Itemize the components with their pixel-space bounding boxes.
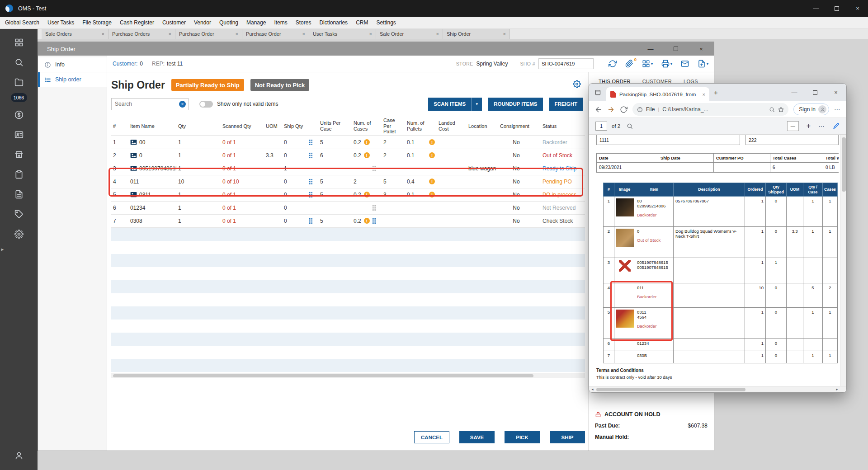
cancel-button[interactable]: CANCEL: [414, 431, 449, 443]
column-header[interactable]: Num. of Pallets: [405, 119, 437, 132]
item-row[interactable]: 3 0051907848615 1 0 of 1 1: [111, 162, 585, 175]
highlight-pen-icon[interactable]: [833, 122, 840, 130]
menu-item[interactable]: Cash Register: [116, 17, 158, 28]
menu-item[interactable]: Global Search: [1, 17, 43, 28]
scroll-right-icon[interactable]: [835, 388, 839, 391]
column-header[interactable]: Case Per Pallet: [382, 117, 405, 136]
freight-button[interactable]: FREIGHT: [549, 98, 583, 111]
workspace-tab[interactable]: Ship Order: [443, 29, 510, 39]
item-row[interactable]: 7 0308 1 0 of 1 0: [111, 215, 585, 228]
menu-item[interactable]: Quoting: [215, 17, 242, 28]
scrollbar-thumb[interactable]: [113, 374, 533, 377]
pdf-horizontal-scrollbar[interactable]: [589, 386, 846, 392]
browser-maximize-button[interactable]: [805, 84, 826, 101]
column-header[interactable]: #: [111, 122, 128, 130]
tab-close-icon[interactable]: [503, 31, 506, 37]
scan-items-button[interactable]: SCAN ITEMS: [428, 98, 471, 111]
zoom-in-button[interactable]: [807, 122, 811, 130]
column-header[interactable]: Consignment: [498, 122, 541, 130]
favorite-star-icon[interactable]: [778, 107, 784, 113]
browser-titlebar[interactable]: PackingSlip_SHO-0047619_from — ×: [589, 84, 846, 101]
back-icon[interactable]: [594, 106, 602, 113]
menu-item[interactable]: File Storage: [78, 17, 116, 28]
column-header[interactable]: Landed Cost: [437, 119, 467, 132]
browser-close-button[interactable]: ×: [826, 84, 846, 101]
workspace-tab[interactable]: Purchase Orders: [108, 29, 175, 39]
menu-item[interactable]: Stores: [292, 17, 316, 28]
search-icon[interactable]: [10, 53, 28, 71]
workspace-tab[interactable]: Purchase Order: [242, 29, 309, 39]
drag-handle-icon[interactable]: [372, 218, 376, 224]
item-search-box[interactable]: [111, 98, 189, 110]
drag-handle-icon[interactable]: [309, 218, 312, 224]
search-input[interactable]: [115, 101, 179, 107]
sign-in-button[interactable]: Sign in: [793, 103, 829, 115]
menu-item[interactable]: Manage: [242, 17, 270, 28]
tab-actions-icon[interactable]: [594, 89, 601, 98]
print-icon[interactable]: [661, 60, 672, 68]
item-image-icon[interactable]: [130, 152, 137, 158]
zoom-out-button[interactable]: [787, 121, 799, 131]
workspace-tab[interactable]: Sale Order: [376, 29, 443, 39]
window-close-button[interactable]: ×: [689, 42, 714, 56]
scroll-left-icon[interactable]: [591, 388, 594, 391]
ship-order-window-header[interactable]: Ship Order — ×: [38, 42, 714, 56]
window-maximize-button[interactable]: [663, 42, 689, 56]
item-row[interactable]: 5 0311 1 0 of 1 0: [111, 188, 585, 202]
drag-handle-icon[interactable]: [309, 192, 312, 198]
panel-expander-icon[interactable]: [0, 247, 5, 252]
drag-handle-icon[interactable]: [309, 179, 312, 185]
menu-item[interactable]: User Tasks: [43, 17, 78, 28]
documents-icon[interactable]: [10, 185, 28, 203]
info-icon[interactable]: [637, 107, 643, 113]
item-image-icon[interactable]: [130, 192, 137, 197]
column-header[interactable]: Ship Qty: [282, 122, 318, 130]
refresh-icon[interactable]: [620, 106, 627, 113]
column-header[interactable]: Num. of Cases: [352, 119, 382, 132]
scrollbar-thumb[interactable]: [596, 388, 745, 391]
store-icon[interactable]: [10, 146, 28, 164]
column-header[interactable]: Scanned Qty: [221, 122, 264, 130]
browser-minimize-button[interactable]: —: [784, 84, 805, 101]
workspace-tab[interactable]: Sale Orders: [42, 29, 108, 39]
email-icon[interactable]: [681, 60, 689, 68]
menu-item[interactable]: Customer: [158, 17, 190, 28]
tab-close-icon[interactable]: [436, 31, 439, 37]
minimize-button[interactable]: —: [806, 0, 826, 17]
new-tab-icon[interactable]: [714, 89, 718, 96]
clear-search-icon[interactable]: [179, 101, 186, 108]
drag-handle-icon[interactable]: [309, 152, 312, 159]
column-header[interactable]: Qty: [176, 122, 221, 130]
menu-item[interactable]: Items: [270, 17, 291, 28]
item-row[interactable]: 1 00 1 0 of 1 0: [111, 136, 585, 149]
drag-handle-icon[interactable]: [372, 165, 376, 172]
nav-item-ship-order[interactable]: Ship order: [38, 72, 107, 87]
item-row[interactable]: 2 0 1 0 of 1 3.3 0: [111, 149, 585, 162]
maximize-button[interactable]: [826, 0, 847, 17]
zoom-page-icon[interactable]: [769, 107, 775, 113]
pdf-more-icon[interactable]: [818, 122, 825, 130]
browser-menu-icon[interactable]: [834, 106, 841, 113]
tasks-clipboard-icon[interactable]: [10, 165, 28, 183]
drag-handle-icon[interactable]: [309, 139, 312, 146]
drag-handle-icon[interactable]: [372, 205, 376, 211]
item-row[interactable]: 6 01234 1 0 of 1 0: [111, 202, 585, 215]
menu-item[interactable]: CRM: [352, 17, 372, 28]
tags-icon[interactable]: [10, 205, 28, 223]
settings-gear-icon[interactable]: [10, 225, 28, 243]
address-path[interactable]: C:/Users/Karina_...: [662, 106, 766, 113]
pdf-vertical-scrollbar[interactable]: [840, 135, 846, 386]
workspace-tab[interactable]: User Tasks: [309, 29, 376, 39]
user-profile-icon[interactable]: [10, 446, 28, 465]
tab-close-icon[interactable]: [703, 92, 705, 97]
window-minimize-button[interactable]: —: [638, 42, 663, 56]
tab-close-icon[interactable]: [102, 31, 104, 37]
horizontal-scrollbar[interactable]: [111, 373, 585, 378]
payments-icon[interactable]: [10, 106, 28, 124]
browser-tab[interactable]: PackingSlip_SHO-0047619_from: [606, 87, 709, 101]
column-header[interactable]: UOM: [264, 122, 282, 130]
item-image-icon[interactable]: [130, 139, 137, 145]
pick-button[interactable]: PICK: [505, 431, 540, 443]
notification-count-badge[interactable]: 1066: [11, 93, 27, 102]
item-image-icon[interactable]: [130, 165, 137, 171]
